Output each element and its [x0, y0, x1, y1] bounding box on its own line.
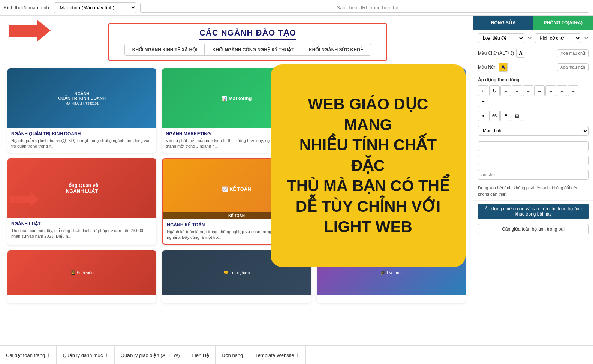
card-text-quanly: Ngành quản trị kinh doanh (QTKD) là một … [11, 138, 153, 150]
promo-line4: DỄ TÙY CHỈNH VỚI [296, 198, 441, 215]
fmt-align-right2[interactable]: ≡ [545, 85, 556, 96]
tab-suc-khoe[interactable]: KHỐI NGÀNH SỨC KHOẺ [301, 44, 371, 55]
bottom-btn-donhang-label: Đơn hàng [222, 352, 243, 358]
fmt-undo[interactable]: ↩ [478, 85, 488, 96]
card-img-luat: Tổng Quan vềNGÀNH LUẬT [7, 158, 156, 218]
preview-button[interactable]: PHÒNG TO(Alt+A) [533, 16, 593, 30]
apply-full-button[interactable]: Áp dụng chiều rộng và cao trên cho toàn … [478, 204, 589, 219]
card-row3-1[interactable]: 👩‍🎓 Sinh viên [7, 250, 156, 303]
card-body-quanly: NGÀNH QUẢN TRỊ KINH DOANH Ngành quản trị… [7, 128, 156, 153]
right-sidebar: ĐÓNG SỬA PHÒNG TO(Alt+A) Loại tiêu đề Kí… [473, 16, 593, 345]
promo-line3: THÙ MÀ BẠN CÓ THỂ [287, 177, 449, 195]
sidebar-input-row-2 [473, 153, 593, 168]
sidebar-title-row: Loại tiêu đề Kích cỡ chữ [473, 30, 593, 46]
bottom-btn-caidat-plus: + [47, 352, 50, 358]
bottom-btn-donhang[interactable]: Đơn hàng [216, 346, 249, 364]
title-type-select[interactable]: Loại tiêu đề [478, 33, 524, 43]
sidebar-note: Đừng xóa hết ảnh, không phải tên ảnh, kh… [473, 182, 593, 201]
fmt-align-center[interactable]: ≡ [523, 85, 533, 96]
promo-line2: NHIỀU TÍNH CHẤT ĐẶC [299, 136, 437, 174]
small-arrow-icon [9, 192, 39, 207]
promo-line5: LIGHT WEB [324, 218, 412, 235]
center-img-button[interactable]: Căn giữa toàn bộ ảnh trong bài [478, 224, 589, 234]
content-area: CÁC NGÀNH ĐÀO TẠO KHỐI NGÀNH KINH TẾ XÃ … [0, 16, 473, 345]
bg-color-label: Màu Nền [478, 64, 496, 70]
fmt-list[interactable]: • [478, 111, 488, 121]
card-img-quanly: NGÀNHQUẢN TRỊ KINH DOANH MÃ NGÀNH: 73401… [7, 68, 156, 128]
fmt-quote1[interactable]: 66 [489, 111, 500, 121]
sidebar-input-3[interactable] [478, 170, 589, 180]
text-color-swatch[interactable]: A [516, 49, 525, 58]
bottom-btn-lienhe[interactable]: Liên Hệ [186, 346, 216, 364]
card-body-row3-2 [162, 295, 311, 303]
card-text-luat: Theo báo cáo mới đây, chỉ riêng chức dan… [11, 228, 153, 240]
text-color-row: Màu Chữ (ALT+3) A Xóa màu chữ [473, 46, 593, 60]
fmt-table[interactable]: ⊞ [512, 111, 522, 121]
svg-marker-0 [9, 19, 51, 42]
bg-color-row: Màu Nền A Xóa màu nền [473, 60, 593, 74]
section-tabs: KHỐI NGÀNH KINH TẾ XÃ HỘI KHỐI NGÀNH CÔN… [124, 44, 371, 56]
card-quanly[interactable]: NGÀNHQUẢN TRỊ KINH DOANH MÃ NGÀNH: 73401… [7, 68, 156, 153]
sidebar-default-row: Mặc định [473, 123, 593, 139]
top-toolbar: Kích thước màn hình: Mặc định (Màn máy t… [0, 0, 593, 16]
bottom-btn-quanly-giaodien-label: Quản lý giao diện (ALT+W) [121, 352, 180, 358]
url-copy-button[interactable]: ... Sao chép URL trang hiện tại [140, 3, 589, 13]
card-img-content-quanly: NGÀNHQUẢN TRỊ KINH DOANH MÃ NGÀNH: 73401… [7, 68, 156, 128]
red-arrow-icon [9, 19, 51, 42]
bottom-btn-template-plus: + [296, 352, 299, 358]
chevron-down-icon-2 [584, 36, 589, 40]
bg-color-swatch[interactable]: A [499, 63, 508, 72]
default-select[interactable]: Mặc định [478, 126, 589, 136]
screen-size-select[interactable]: Mặc định (Màn máy tính) [54, 2, 136, 13]
bottom-btn-caidat[interactable]: Cài đặt toàn trang + [0, 346, 57, 364]
bottom-btn-template[interactable]: Template Website + [249, 346, 305, 364]
bottom-btn-lienhe-label: Liên Hệ [192, 352, 210, 358]
bottom-btn-quanly-danhmuc[interactable]: Quản lý danh mục + [57, 346, 114, 364]
section-title: CÁC NGÀNH ĐÀO TẠO [199, 28, 296, 40]
card-img-row3-1: 👩‍🎓 Sinh viên [7, 250, 156, 295]
font-size-select[interactable]: Kích cỡ chữ [535, 33, 581, 43]
clear-bg-color-button[interactable]: Xóa màu nền [557, 63, 589, 71]
apply-row-label: Áp dụng theo dòng [473, 74, 593, 84]
bottom-btn-quanly-danhmuc-label: Quản lý danh mục [63, 352, 103, 358]
card-body-row3-3 [317, 295, 466, 303]
card-body-luat: NGÀNH LUẬT Theo báo cáo mới đây, chỉ riê… [7, 218, 156, 243]
clear-text-color-button[interactable]: Xóa màu chữ [557, 49, 589, 57]
card-luat[interactable]: Tổng Quan vềNGÀNH LUẬT NGÀNH LUẬT Theo b… [7, 158, 156, 245]
fmt-align-left1[interactable]: ≡ [500, 85, 511, 96]
close-edit-button[interactable]: ĐÓNG SỬA [473, 16, 533, 30]
tab-kinh-te[interactable]: KHỐI NGÀNH KINH TẾ XÃ HỘI [125, 44, 205, 55]
fmt-align-extra[interactable]: ≡ [568, 85, 578, 96]
promo-line1: WEB GIÁO DỤC MANG [308, 95, 428, 133]
bottom-btn-template-label: Template Website [255, 352, 294, 358]
card-body-row3-1 [7, 295, 156, 303]
sidebar-input-2[interactable] [478, 156, 589, 165]
sidebar-top-buttons: ĐÓNG SỬA PHÒNG TO(Alt+A) [473, 16, 593, 30]
promo-overlay: WEB GIÁO DỤC MANG NHIỀU TÍNH CHẤT ĐẶC TH… [271, 64, 466, 267]
formatting-tools-row2: • 66 ❝ ⊞ [473, 109, 593, 123]
tab-cong-nghe[interactable]: KHỐI NGÀNH CÔNG NGHỆ KỸ THUẬT [205, 44, 301, 55]
sidebar-input-row-3 [473, 168, 593, 182]
fmt-align-justify[interactable]: ≡ [557, 85, 567, 96]
section-header: CÁC NGÀNH ĐÀO TẠO KHỐI NGÀNH KINH TẾ XÃ … [0, 16, 473, 64]
bottom-btn-quanly-danhmuc-plus: + [105, 352, 108, 358]
fmt-quote2[interactable]: ❝ [500, 111, 511, 121]
svg-marker-1 [9, 192, 39, 207]
text-color-label: Màu Chữ (ALT+3) [478, 51, 514, 56]
chevron-down-icon [527, 36, 532, 40]
fmt-align-right1[interactable]: ≡ [534, 85, 545, 96]
screen-size-label: Kích thước màn hình: [4, 5, 50, 10]
fmt-align-extra2[interactable]: ≡ [478, 97, 488, 107]
bottom-btn-caidat-label: Cài đặt toàn trang [6, 352, 45, 358]
main-layout: CÁC NGÀNH ĐÀO TẠO KHỐI NGÀNH KINH TẾ XÃ … [0, 16, 593, 345]
bottom-bar: Cài đặt toàn trang + Quản lý danh mục + … [0, 345, 593, 364]
cards-container: NGÀNHQUẢN TRỊ KINH DOANH MÃ NGÀNH: 73401… [0, 64, 473, 307]
sidebar-input-1[interactable] [478, 141, 589, 151]
fmt-redo[interactable]: ↻ [489, 85, 500, 96]
card-img-content-luat: Tổng Quan vềNGÀNH LUẬT [7, 158, 156, 218]
bottom-btn-quanly-giaodien[interactable]: Quản lý giao diện (ALT+W) [115, 346, 186, 364]
fmt-align-left2[interactable]: ≡ [512, 85, 522, 96]
card-img-content-row3-1: 👩‍🎓 Sinh viên [7, 250, 156, 295]
formatting-tools-row1: ↩ ↻ ≡ ≡ ≡ ≡ ≡ ≡ ≡ ≡ [473, 84, 593, 109]
promo-text: WEB GIÁO DỤC MANG NHIỀU TÍNH CHẤT ĐẶC TH… [282, 94, 454, 237]
